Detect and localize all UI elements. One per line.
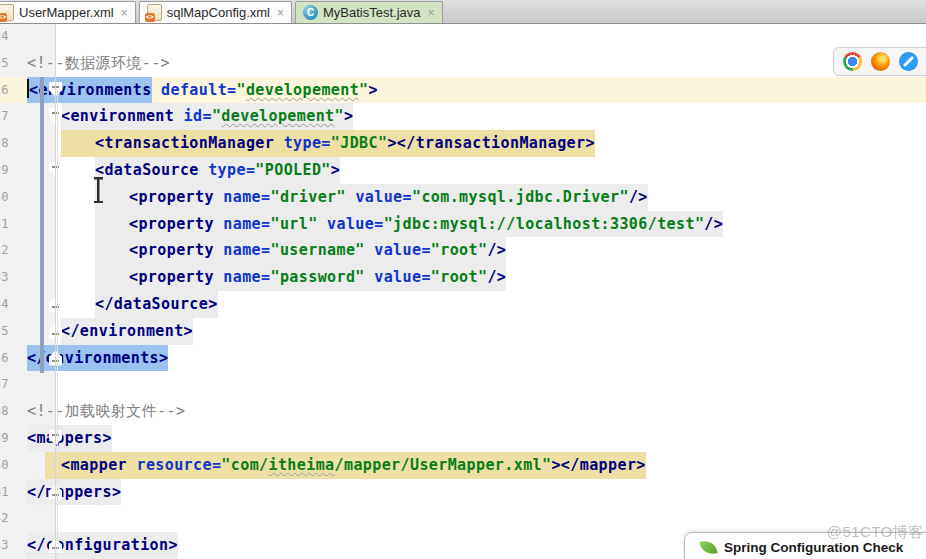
- line-number: 33: [0, 264, 9, 291]
- code-line-30[interactable]: 30<property name="driver" value="com.mys…: [0, 184, 926, 211]
- line-number: 40: [0, 452, 9, 479]
- java-class-icon: [303, 5, 318, 20]
- highlight-box-gray: <property name="url" value="jdbc:mysql:/…: [95, 211, 723, 238]
- token: default=: [161, 81, 236, 99]
- vcs-change-marker[interactable]: [40, 77, 44, 373]
- token: <property: [129, 188, 214, 206]
- tab-sqlMapConfig.xml[interactable]: sqlMapConfig.xml×: [139, 1, 292, 23]
- code-text: <property name="url" value="jdbc:mysql:/…: [0, 211, 926, 238]
- token: />: [704, 215, 723, 233]
- firefox-icon[interactable]: [871, 52, 890, 71]
- code-text: <mappers>: [0, 425, 926, 452]
- line-number: 34: [0, 291, 9, 318]
- code-line-31[interactable]: 31<property name="url" value="jdbc:mysql…: [0, 211, 926, 238]
- token: resource=: [136, 456, 221, 474]
- code-text: </environments>: [0, 345, 926, 372]
- token: [318, 215, 327, 233]
- code-text: </mappers>: [0, 479, 926, 506]
- code-line-42[interactable]: 42: [0, 505, 926, 532]
- token: value=: [355, 188, 412, 206]
- code-line-28[interactable]: 28<transactionManager type="JDBC"></tran…: [0, 130, 926, 157]
- code-line-37[interactable]: 37: [0, 371, 926, 398]
- token: "root": [431, 241, 488, 259]
- token: >: [331, 161, 340, 179]
- token: id=: [184, 107, 212, 125]
- code-line-41[interactable]: 41</mappers>: [0, 479, 926, 506]
- code-text: </environment>: [0, 318, 926, 345]
- highlight-box-gray: <dataSource type="POOLED">: [95, 157, 340, 184]
- tab-UserMapper.xml[interactable]: UserMapper.xml×: [0, 1, 136, 23]
- line-number: 35: [0, 318, 9, 345]
- line-number: 26: [0, 77, 9, 104]
- token: type=: [208, 161, 255, 179]
- token: ></mapper>: [551, 456, 645, 474]
- line-number: 25: [0, 50, 9, 77]
- line-number: 43: [0, 532, 9, 559]
- code-line-38[interactable]: 38<!--加载映射文件-->: [0, 398, 926, 425]
- code-lines[interactable]: 2425<!--数据源环境-->26<environments default=…: [0, 23, 926, 559]
- token: />: [629, 188, 648, 206]
- code-line-26[interactable]: 26<environments default="developement">: [0, 77, 926, 104]
- code-text: <property name="password" value="root"/>: [0, 264, 926, 291]
- token: </mappers>: [27, 483, 121, 501]
- watermark: @51CTO博客: [827, 523, 924, 542]
- tab-close-icon[interactable]: ×: [277, 6, 284, 20]
- token: <!--加载映射文件-->: [27, 402, 185, 420]
- token: "POOLED": [255, 161, 330, 179]
- code-text: <property name="driver" value="com.mysql…: [0, 184, 926, 211]
- tab-close-icon[interactable]: ×: [121, 6, 128, 20]
- highlight-box-gray: </environment>: [61, 318, 193, 345]
- token: />: [487, 241, 506, 259]
- tab-close-icon[interactable]: ×: [428, 6, 435, 20]
- line-number: 38: [0, 398, 9, 425]
- tab-MyBatisTest.java[interactable]: MyBatisTest.java×: [295, 1, 443, 23]
- token: developement: [221, 107, 334, 125]
- token: ": [359, 81, 368, 99]
- highlight-box-gray: <property name="password" value="root"/>: [95, 264, 506, 291]
- token: "com/: [221, 456, 268, 474]
- token: <!--数据源环境-->: [27, 54, 170, 72]
- code-text: [0, 371, 926, 398]
- token: </dataSource>: [95, 295, 218, 313]
- token: "com.mysql.jdbc.Driver": [412, 188, 629, 206]
- token: [214, 215, 223, 233]
- code-line-35[interactable]: 35</environment>: [0, 318, 926, 345]
- fold-connector-line: [57, 90, 58, 559]
- code-line-24[interactable]: 24: [0, 23, 926, 50]
- code-line-39[interactable]: 39<mappers>: [0, 425, 926, 452]
- code-text: <property name="username" value="root"/>: [0, 237, 926, 264]
- token: [346, 188, 355, 206]
- code-line-32[interactable]: 32<property name="username" value="root"…: [0, 237, 926, 264]
- token: ></transactionManager>: [387, 134, 594, 152]
- chrome-icon[interactable]: [843, 52, 862, 71]
- token: <property: [129, 241, 214, 259]
- token: [174, 107, 183, 125]
- safari-icon[interactable]: [899, 52, 918, 71]
- code-text: <environments default="developement">: [0, 77, 926, 104]
- code-line-29[interactable]: 29<dataSource type="POOLED">: [0, 157, 926, 184]
- token: >: [369, 81, 378, 99]
- popup-title: Spring Configuration Check: [724, 540, 903, 555]
- highlight-box-gray: <environment id="developement">: [61, 103, 353, 130]
- token: value=: [374, 241, 431, 259]
- code-line-25[interactable]: 25<!--数据源环境-->: [0, 50, 926, 77]
- line-number: 32: [0, 237, 9, 264]
- token: <mappers>: [27, 429, 112, 447]
- gutter-separator: [55, 23, 56, 559]
- token: name=: [223, 215, 270, 233]
- code-editor[interactable]: 2425<!--数据源环境-->26<environments default=…: [0, 23, 926, 559]
- token: <mapper: [61, 456, 127, 474]
- line-number: 24: [0, 23, 9, 50]
- line-number: 27: [0, 103, 9, 130]
- tab-label: MyBatisTest.java: [323, 5, 421, 20]
- code-line-27[interactable]: 27<environment id="developement">: [0, 103, 926, 130]
- highlight-box-gray: </mappers>: [27, 479, 121, 506]
- code-line-36[interactable]: 36</environments>: [0, 345, 926, 372]
- token: </environments>: [27, 349, 168, 367]
- token: value=: [327, 215, 384, 233]
- code-line-33[interactable]: 33<property name="password" value="root"…: [0, 264, 926, 291]
- text-cursor-ibeam: [92, 177, 105, 203]
- code-line-34[interactable]: 34</dataSource>: [0, 291, 926, 318]
- code-line-40[interactable]: 40<mapper resource="com/itheima/mapper/U…: [0, 452, 926, 479]
- tab-label: sqlMapConfig.xml: [167, 5, 270, 20]
